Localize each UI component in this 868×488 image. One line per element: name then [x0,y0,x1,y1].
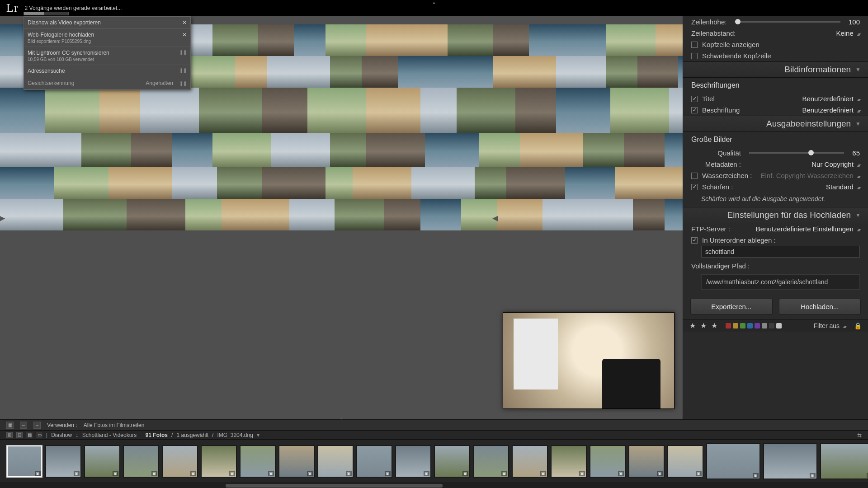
chevron-updown-icon[interactable]: ▴▾ [857,108,860,113]
filmstrip-thumbnail[interactable]: ▣ [763,443,817,479]
grid-image[interactable] [326,167,353,199]
grid-image[interactable] [258,24,294,56]
show-header-checkbox[interactable] [691,42,698,48]
collapse-bottom-panel-toggle[interactable]: ▼ [335,416,348,419]
next-icon[interactable]: → [33,422,41,429]
filter-label[interactable]: Filter aus [814,322,840,329]
color-label-filter[interactable] [740,323,745,328]
grid-image[interactable] [665,199,683,230]
metadata-value[interactable]: Nur Copyright [811,160,854,168]
collapse-left-panel-toggle[interactable]: ▶ [0,211,5,225]
sync-icon[interactable]: ⇆ [857,432,862,438]
grid-image[interactable] [45,88,99,133]
grid-image[interactable] [420,88,457,133]
filmstrip-use-value[interactable]: Alle Fotos im Filmstreifen [84,422,145,428]
prev-icon[interactable]: ← [20,422,27,429]
filmstrip-thumbnail[interactable]: ▣ [162,445,198,478]
grid-image[interactable] [0,167,54,199]
grid-image[interactable] [289,199,335,230]
grid-image[interactable] [54,167,108,199]
grid-image[interactable] [212,24,258,56]
grid-image[interactable] [651,167,683,199]
grid-image[interactable] [457,88,515,133]
grid-image[interactable] [515,88,556,133]
grid-image[interactable] [0,88,45,133]
filmstrip-thumbnail[interactable]: ▣ [201,445,237,478]
filmstrip-thumbnail[interactable]: ▣ [473,445,509,478]
grid-image[interactable] [497,199,542,230]
first-screen-icon[interactable]: ⊞ [6,432,13,438]
cancel-task-icon[interactable]: ✕ [182,32,187,38]
grid-image[interactable] [384,167,411,199]
grid-image[interactable] [479,133,520,167]
grid-image[interactable] [330,133,366,167]
grid-image[interactable] [610,88,669,133]
grid-image[interactable] [99,88,140,133]
grid-image[interactable] [131,133,172,167]
grid-image[interactable] [398,56,429,88]
grid-image[interactable] [583,133,624,167]
grid-image[interactable] [262,199,289,230]
grid-image[interactable] [326,24,366,56]
color-label-filter[interactable] [755,323,760,328]
section-output-header[interactable]: Ausgabeeinstellungen ▼ [683,116,868,132]
grid-image[interactable] [140,88,199,133]
color-label-filter[interactable] [769,323,774,328]
grid-view-icon[interactable]: ▦ [6,422,14,429]
grid-image[interactable] [185,199,222,230]
color-label-filter[interactable] [762,323,767,328]
chevron-updown-icon[interactable]: ▴▾ [857,163,860,168]
grid-image[interactable] [212,133,271,167]
grid-image[interactable] [335,199,384,230]
subfolder-checkbox[interactable]: ✓ [691,237,698,244]
grid-image[interactable] [461,199,497,230]
grid-image[interactable] [606,56,637,88]
sharpen-checkbox[interactable]: ✓ [691,184,698,190]
filmstrip-thumbnail[interactable]: ▣ [240,445,276,478]
color-label-filter[interactable] [776,323,782,328]
activity-row[interactable]: Adressensuche❚❚ [24,65,190,77]
grid-image[interactable] [520,133,583,167]
grid-image[interactable] [429,56,493,88]
grid-image[interactable] [393,24,448,56]
grid-image[interactable] [172,167,217,199]
filmstrip-thumbnail[interactable]: ▣ [820,443,868,479]
star-rating-2[interactable]: ★ [700,321,707,330]
filmstrip-thumbnail[interactable]: ▣ [6,445,42,478]
filmstrip-thumbnail[interactable]: ▣ [551,445,587,478]
grid-image[interactable] [294,24,326,56]
activity-row[interactable]: GesichtserkennungAngehalten❚❚ [24,77,190,89]
grid-image[interactable] [0,133,36,167]
grid-image[interactable] [665,133,683,167]
grid-image[interactable] [330,56,362,88]
section-upload-header[interactable]: Einstellungen für das Hochladen ▼ [683,207,868,223]
activity-row[interactable]: Web-Fotogalerie hochladenBild exportiere… [24,29,190,47]
color-label-filter[interactable] [726,323,731,328]
grid-image[interactable] [425,133,479,167]
grid-image[interactable] [307,88,366,133]
grid-image[interactable] [565,167,615,199]
filmstrip-thumbnail[interactable]: ▣ [45,445,81,478]
filmstrip[interactable]: ▣▣▣▣▣▣▣▣▣▣▣▣▣▣▣▣▣▣▣▣▣▣ [0,439,868,483]
filmstrip-thumbnail[interactable]: ▣ [356,445,392,478]
activity-row[interactable]: Mit Lightroom CC synchronisieren10,59 GB… [24,47,190,65]
subfolder-input[interactable] [701,246,860,258]
grid-image[interactable] [493,24,529,56]
section-image-info-header[interactable]: Bildinformationen ▼ [683,61,868,78]
chevron-updown-icon[interactable]: ▴▾ [857,185,860,190]
upload-button[interactable]: Hochladen... [779,299,861,314]
row-height-slider[interactable] [735,21,840,23]
chevron-down-icon[interactable]: ▾ [257,432,259,438]
grid-image[interactable] [411,167,475,199]
quality-slider[interactable] [749,152,844,154]
grid-image[interactable] [606,24,656,56]
grid-image[interactable] [475,167,506,199]
grid-image[interactable] [217,167,262,199]
filmstrip-scrollbar[interactable] [0,483,868,488]
grid-image[interactable] [493,56,556,88]
filmstrip-thumbnail[interactable]: ▣ [628,445,665,478]
star-rating-3[interactable]: ★ [711,321,717,330]
grid-image[interactable] [262,167,326,199]
pause-task-icon[interactable]: ❚❚ [179,81,187,86]
pause-task-icon[interactable]: ❚❚ [179,68,187,73]
